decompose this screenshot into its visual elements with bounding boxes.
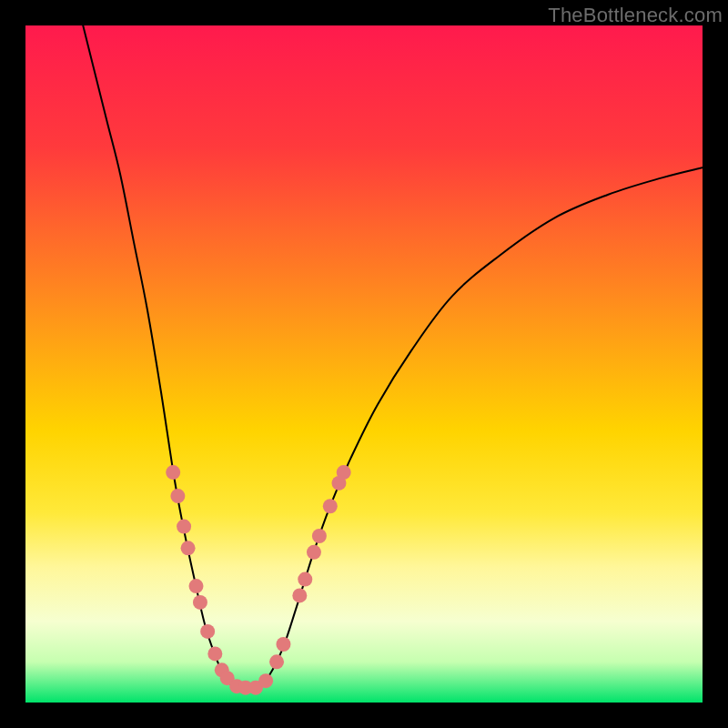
marker-point — [337, 465, 351, 480]
marker-point — [170, 489, 185, 503]
marker-point — [193, 595, 207, 610]
marker-point — [177, 520, 191, 534]
marker-point — [312, 529, 327, 543]
marker-point — [181, 541, 196, 555]
marker-point — [292, 588, 307, 602]
marker-point — [298, 572, 312, 587]
marker-point — [188, 579, 203, 593]
marker-point — [200, 624, 215, 639]
marker-point — [166, 465, 180, 480]
marker-point — [258, 673, 273, 688]
marker-point — [323, 499, 338, 513]
marker-point — [276, 637, 290, 652]
marker-point — [307, 545, 321, 560]
marker-point — [207, 646, 222, 661]
watermark-text: TheBottleneck.com — [548, 4, 723, 27]
chart-svg — [25, 25, 703, 703]
marker-point — [269, 654, 284, 669]
chart-background — [25, 25, 703, 703]
chart-frame — [25, 25, 703, 703]
